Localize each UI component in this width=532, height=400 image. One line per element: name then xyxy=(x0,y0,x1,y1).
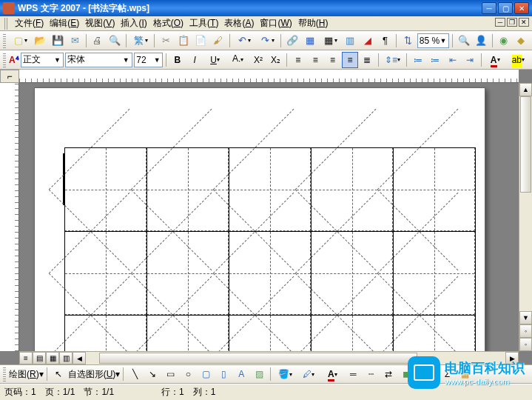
drawing-button[interactable]: ◢ xyxy=(360,33,376,49)
new-button[interactable]: ▢▾ xyxy=(9,33,30,49)
draw-menu[interactable]: 绘图(R)▾ xyxy=(9,368,44,381)
picture-button[interactable]: ▨ xyxy=(251,366,267,382)
print-button[interactable]: 🖨 xyxy=(90,33,106,49)
line-color-button[interactable]: 🖊▾ xyxy=(297,366,320,382)
normal-view-button[interactable]: ≡ xyxy=(19,352,33,364)
outdent-button[interactable]: ⇤ xyxy=(445,52,460,68)
fill-color-button[interactable]: 🪣▾ xyxy=(274,366,296,382)
border-button[interactable]: ▦▾ xyxy=(319,33,340,49)
vtextbox-button[interactable]: ▯ xyxy=(215,366,232,382)
help-button[interactable]: 👤 xyxy=(473,33,489,49)
textbox-button[interactable]: ▢ xyxy=(198,366,214,382)
menu-tools[interactable]: 工具(T) xyxy=(186,16,221,31)
save-button[interactable]: 💾 xyxy=(50,33,66,49)
paste-button[interactable]: 📄 xyxy=(192,33,209,49)
indent-button[interactable]: ⇥ xyxy=(462,52,477,68)
align-center-button[interactable]: ≡ xyxy=(307,52,323,68)
numbering-button[interactable]: ≔ xyxy=(410,52,425,68)
doc-restore-button[interactable]: ❐ xyxy=(507,18,517,27)
emphasis-button[interactable]: A·▾ xyxy=(227,52,249,68)
cut-button[interactable]: ✂ xyxy=(158,33,174,49)
menu-insert[interactable]: 插入(I) xyxy=(118,16,149,31)
redo-button[interactable]: ↷▾ xyxy=(256,33,277,49)
table-button[interactable]: ▦ xyxy=(302,33,318,49)
font-input[interactable] xyxy=(67,55,121,65)
print-preview-button[interactable]: 🔍 xyxy=(107,33,123,49)
scroll-thumb-h[interactable] xyxy=(99,353,417,364)
text-direction-button[interactable]: ⇅ xyxy=(400,33,416,49)
scroll-thumb[interactable] xyxy=(520,96,531,193)
spellcheck-button[interactable]: 繁▾ xyxy=(129,33,151,49)
paragraph-button[interactable]: ¶ xyxy=(377,33,394,49)
autoshape-menu[interactable]: 自选图形(U)▾ xyxy=(68,368,121,381)
zoom-combo[interactable]: ▼ xyxy=(417,33,449,48)
menu-file[interactable]: 文件(F) xyxy=(12,16,47,31)
select-button[interactable]: ↖ xyxy=(50,366,67,382)
font-combo[interactable]: ▼ xyxy=(65,53,132,67)
vertical-ruler[interactable] xyxy=(0,83,19,351)
style-input[interactable] xyxy=(23,55,53,65)
page[interactable]: b2three 呀呀 xyxy=(34,87,485,351)
menu-format[interactable]: 格式(O) xyxy=(150,16,186,31)
columns-button[interactable]: ▥ xyxy=(343,33,359,49)
align-justify-button[interactable]: ≡ xyxy=(342,52,357,68)
undo-button[interactable]: ↶▾ xyxy=(232,33,254,49)
3d-button[interactable]: ◧ xyxy=(416,366,432,382)
ruler-corner[interactable]: ⌐ xyxy=(0,70,19,83)
dropdown-icon[interactable]: ▼ xyxy=(53,56,61,64)
zoom-input[interactable] xyxy=(420,36,440,46)
hyperlink-button[interactable]: 🔗 xyxy=(284,33,300,49)
highlight-button[interactable]: ab▾ xyxy=(508,52,529,68)
arrow-button[interactable]: ↘ xyxy=(144,366,161,382)
underline-button[interactable]: U▾ xyxy=(204,52,226,68)
outline-view-button[interactable]: ▤ xyxy=(33,352,46,364)
style-combo[interactable]: ▼ xyxy=(21,53,64,67)
next-page-button[interactable]: ◦ xyxy=(519,338,532,351)
scroll-down-button[interactable]: ▼ xyxy=(519,311,532,324)
font-size-combo[interactable]: ▼ xyxy=(134,53,163,67)
horizontal-ruler[interactable] xyxy=(19,70,519,83)
italic-button[interactable]: I xyxy=(187,52,203,68)
align-left-button[interactable]: ≡ xyxy=(290,52,306,68)
rectangle-button[interactable]: ▭ xyxy=(162,366,178,382)
web-view-button[interactable]: ▥ xyxy=(59,352,73,364)
bullets-button[interactable]: ≔ xyxy=(427,52,442,68)
dropdown-icon[interactable]: ▼ xyxy=(121,56,130,64)
subscript-button[interactable]: X₂ xyxy=(268,52,283,68)
close-button[interactable]: ✕ xyxy=(514,2,529,14)
dropdown-icon[interactable]: ▼ xyxy=(153,56,161,64)
doc-minimize-button[interactable]: ─ xyxy=(495,18,505,27)
line-button[interactable]: ╲ xyxy=(127,366,143,382)
line-spacing-button[interactable]: ⇕≡▾ xyxy=(382,52,403,68)
prev-page-button[interactable]: ◦ xyxy=(519,324,532,338)
menu-help[interactable]: 帮助(H) xyxy=(295,16,331,31)
horizontal-scrollbar[interactable]: ≡ ▤ ▦ ▥ ◀ ▶ xyxy=(19,351,519,364)
menu-view[interactable]: 视图(V) xyxy=(82,16,118,31)
size-input[interactable] xyxy=(136,55,153,65)
gallery-button[interactable]: ▦ xyxy=(457,366,473,382)
format-painter-button[interactable]: 🖌 xyxy=(210,33,226,49)
scroll-right-button[interactable]: ▶ xyxy=(505,352,519,364)
oval-button[interactable]: ○ xyxy=(180,366,196,382)
menu-table[interactable]: 表格(A) xyxy=(221,16,257,31)
copy-button[interactable]: 📋 xyxy=(175,33,192,49)
bold-button[interactable]: B xyxy=(169,52,185,68)
search-button[interactable]: 🔍 xyxy=(456,33,472,49)
wordart-button[interactable]: A xyxy=(233,366,249,382)
line-style-button[interactable]: ═ xyxy=(345,366,361,382)
minimize-button[interactable]: ─ xyxy=(482,2,496,14)
dropdown-icon[interactable]: ▼ xyxy=(440,37,447,44)
distribute-button[interactable]: ≣ xyxy=(360,52,375,68)
doc-close-button[interactable]: ✕ xyxy=(519,18,529,27)
page-view-button[interactable]: ▦ xyxy=(46,352,59,364)
translate-button[interactable]: ◆ xyxy=(514,33,530,49)
shadow-button[interactable]: ◼ xyxy=(398,366,414,382)
text-color-button[interactable]: A▾ xyxy=(321,366,343,382)
open-button[interactable]: 📂 xyxy=(32,33,48,49)
maximize-button[interactable]: ▢ xyxy=(498,2,513,14)
mail-button[interactable]: ✉ xyxy=(67,33,83,49)
superscript-button[interactable]: X² xyxy=(250,52,266,68)
scroll-left-button[interactable]: ◀ xyxy=(73,352,86,364)
research-button[interactable]: ◉ xyxy=(496,33,512,49)
align-right-button[interactable]: ≡ xyxy=(325,52,340,68)
